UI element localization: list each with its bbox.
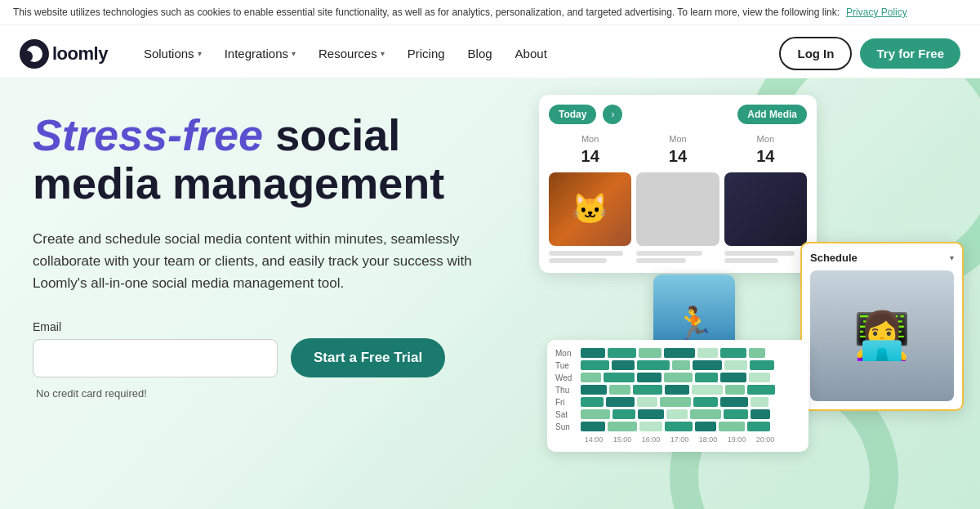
cal-placeholder-2 — [636, 251, 719, 263]
day-label-thu: Thu — [555, 386, 578, 395]
privacy-policy-link[interactable]: Privacy Policy — [846, 7, 907, 18]
navbar: loomly Solutions ▾ Integrations ▾ Resour… — [0, 29, 980, 78]
analytics-heatmap-card: Mon Tue — [547, 340, 808, 452]
time-label-16: 16:00 — [638, 435, 664, 444]
cal-line — [636, 251, 702, 256]
chevron-down-icon: ▾ — [381, 49, 385, 58]
bar-seg — [692, 385, 723, 395]
bar-seg — [664, 348, 695, 358]
hero-left-content: Stress-free socialmedia management Creat… — [33, 111, 555, 400]
nav-label-blog: Blog — [468, 47, 492, 60]
bar-seg — [637, 397, 657, 407]
bar-seg — [637, 373, 662, 382]
hero-form: Start a Free Trial — [33, 338, 555, 377]
cal-day-1: Mon — [549, 134, 631, 144]
calendar-add-media-button[interactable]: Add Media — [737, 105, 807, 124]
bar-seg — [724, 360, 747, 370]
cookie-banner: This website utilizes technologies such … — [0, 0, 980, 25]
hero-headline: Stress-free socialmedia management — [33, 111, 555, 208]
analytics-row-sun: Sun — [555, 422, 800, 431]
bar-seg — [581, 385, 607, 395]
bar-seg — [720, 348, 746, 358]
chevron-down-icon: ▾ — [950, 253, 954, 262]
cal-day-2: Mon — [636, 134, 719, 144]
calendar-today-button[interactable]: Today — [549, 105, 596, 124]
nav-label-about: About — [515, 47, 547, 60]
cal-line — [724, 251, 795, 256]
bar-seg — [637, 360, 670, 370]
schedule-person-image: 👩‍💻 — [810, 270, 954, 401]
day-label-tue: Tue — [555, 361, 578, 370]
start-trial-button[interactable]: Start a Free Trial — [291, 338, 445, 377]
bar-seg — [606, 397, 635, 407]
bar-seg — [719, 422, 745, 431]
hero-headline-italic: Stress-free — [33, 110, 263, 159]
bar-seg — [693, 397, 718, 407]
time-label-19: 19:00 — [724, 435, 750, 444]
analytics-row-wed: Wed — [555, 373, 800, 382]
bar-seg — [720, 373, 746, 382]
nav-item-resources[interactable]: Resources ▾ — [309, 40, 394, 67]
bar-seg — [639, 422, 662, 431]
nav-item-about[interactable]: About — [506, 40, 557, 67]
nav-item-pricing[interactable]: Pricing — [398, 40, 455, 67]
cal-line — [636, 258, 686, 263]
bar-seg — [749, 373, 770, 382]
calendar-next-button[interactable]: › — [603, 105, 622, 124]
bar-seg — [639, 348, 662, 358]
day-label-wed: Wed — [555, 373, 578, 382]
cal-date-3: 14 — [724, 147, 807, 166]
cal-placeholder-1 — [549, 251, 631, 263]
cal-line — [724, 258, 778, 263]
calendar-header: Today › Add Media — [549, 105, 807, 124]
schedule-card: Schedule ▾ 👩‍💻 — [800, 242, 964, 411]
nav-label-resources: Resources — [318, 47, 377, 60]
email-label: Email — [33, 320, 555, 333]
bar-seg — [690, 409, 721, 419]
cal-date-1: 14 — [549, 147, 631, 166]
schedule-header: Schedule ▾ — [810, 252, 954, 264]
logo-icon — [20, 39, 49, 69]
bar-seg — [604, 373, 635, 382]
nav-label-pricing: Pricing — [408, 47, 445, 60]
bar-seg — [612, 409, 635, 419]
nav-item-solutions[interactable]: Solutions ▾ — [134, 40, 212, 67]
nav-links: Solutions ▾ Integrations ▾ Resources ▾ P… — [134, 40, 780, 67]
time-label-15: 15:00 — [609, 435, 635, 444]
bar-seg — [581, 360, 609, 370]
calendar-columns: Mon 14 Mon 14 — [549, 134, 807, 263]
analytics-row-fri: Fri — [555, 397, 800, 407]
cal-col-3: Mon 14 — [724, 134, 807, 263]
bar-seg — [693, 360, 722, 370]
try-free-button[interactable]: Try for Free — [860, 38, 960, 69]
bar-seg — [666, 409, 688, 419]
cal-col-2: Mon 14 — [636, 134, 719, 263]
bar-seg — [750, 360, 774, 370]
bar-seg — [660, 397, 691, 407]
analytics-row-tue: Tue — [555, 360, 800, 370]
email-input[interactable] — [33, 339, 278, 377]
day-label-sun: Sun — [555, 422, 578, 431]
bar-seg — [633, 385, 662, 395]
bar-seg — [747, 422, 770, 431]
analytics-row-sat: Sat — [555, 409, 800, 419]
nav-item-integrations[interactable]: Integrations ▾ — [215, 40, 305, 67]
analytics-time-labels: 14:00 15:00 16:00 17:00 18:00 19:00 20:0… — [555, 435, 800, 444]
bar-seg — [665, 385, 689, 395]
time-label-14: 14:00 — [581, 435, 607, 444]
bar-seg — [749, 348, 765, 358]
day-label-sat: Sat — [555, 410, 578, 419]
chevron-down-icon: ▾ — [292, 49, 296, 58]
bar-seg — [724, 409, 748, 419]
logo[interactable]: loomly — [20, 39, 108, 69]
nav-item-blog[interactable]: Blog — [458, 40, 502, 67]
bar-seg — [612, 360, 635, 370]
day-label-mon: Mon — [555, 349, 578, 358]
day-label-fri: Fri — [555, 398, 578, 407]
cal-col-1: Mon 14 — [549, 134, 631, 263]
hero-dashboard-mockup: Today › Add Media Mon 14 Mon 14 — [539, 95, 964, 495]
login-button[interactable]: Log In — [779, 37, 852, 70]
email-form-container: Email Start a Free Trial No credit card … — [33, 320, 555, 400]
nav-actions: Log In Try for Free — [779, 37, 960, 70]
bar-seg — [725, 385, 745, 395]
